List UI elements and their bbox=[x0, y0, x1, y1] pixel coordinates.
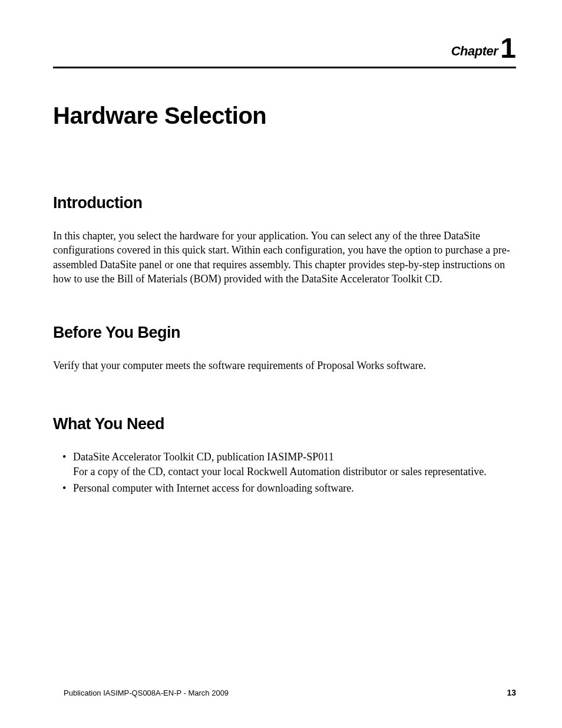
section-heading-before-you-begin: Before You Begin bbox=[53, 324, 516, 342]
chapter-header: Chapter1 bbox=[53, 29, 516, 62]
footer-page-number: 13 bbox=[507, 688, 516, 697]
publication-code: IASIMP-SP011 bbox=[267, 451, 333, 463]
footer-publication: Publication IASIMP-QS008A-EN-P - March 2… bbox=[64, 689, 229, 697]
list-item-text: DataSite Accelerator Toolkit CD, publica… bbox=[73, 451, 267, 463]
intro-body: In this chapter, you select the hardware… bbox=[53, 229, 516, 286]
chapter-rule bbox=[53, 67, 516, 68]
what-you-need-list: DataSite Accelerator Toolkit CD, publica… bbox=[53, 450, 516, 495]
before-body: Verify that your computer meets the soft… bbox=[53, 358, 516, 373]
page-title: Hardware Selection bbox=[53, 103, 516, 129]
section-heading-introduction: Introduction bbox=[53, 194, 516, 212]
chapter-label: Chapter bbox=[451, 44, 498, 58]
list-item: Personal computer with Internet access f… bbox=[73, 481, 516, 495]
chapter-number: 1 bbox=[500, 32, 516, 64]
list-item-suffix: For a copy of the CD, contact your local… bbox=[73, 466, 487, 477]
list-item-text: Personal computer with Internet access f… bbox=[73, 482, 354, 494]
section-heading-what-you-need: What You Need bbox=[53, 415, 516, 433]
list-item: DataSite Accelerator Toolkit CD, publica… bbox=[73, 450, 516, 479]
page-footer: Publication IASIMP-QS008A-EN-P - March 2… bbox=[64, 688, 516, 697]
